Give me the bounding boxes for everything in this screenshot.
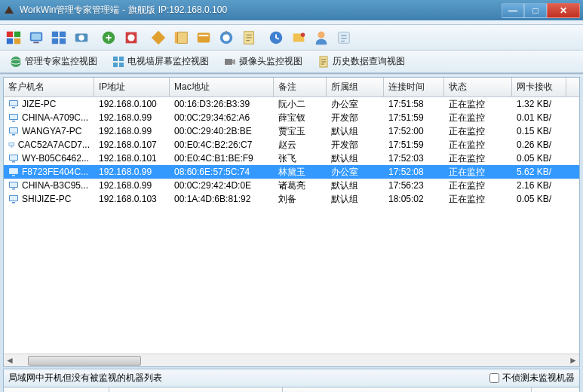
bcol-ip[interactable]: IP地址 (4, 387, 109, 392)
tab-tvwall[interactable]: 电视墙屏幕监控视图 (107, 52, 214, 71)
svg-rect-32 (119, 57, 124, 61)
app-icon (3, 5, 15, 17)
toolbar-btn-6[interactable] (121, 27, 142, 48)
svg-point-27 (318, 31, 324, 38)
svg-rect-2 (7, 38, 13, 43)
grid-icon (112, 56, 124, 68)
monitor-icon (8, 154, 19, 163)
table-row[interactable]: CHINA-A709C...192.168.0.9900:0C:29:34:62… (4, 111, 579, 124)
monitor-icon (8, 100, 19, 109)
svg-rect-41 (10, 115, 17, 119)
toolbar-btn-2[interactable] (26, 27, 47, 48)
toolbar-btn-11[interactable] (238, 27, 259, 48)
client-table: 客户机名 IP地址 Mac地址 备注 所属组 连接时间 状态 网卡接收 JIZE… (3, 77, 580, 367)
col-ip[interactable]: IP地址 (94, 78, 170, 96)
svg-rect-5 (32, 33, 41, 39)
col-conntime[interactable]: 连接时间 (384, 78, 444, 96)
svg-rect-60 (12, 202, 15, 204)
svg-rect-35 (225, 59, 232, 65)
toolbar-btn-13[interactable] (288, 27, 309, 48)
window-title: WorkWin管理专家管理端 - 旗舰版 IP:192.168.0.100 (20, 4, 502, 17)
toolbar-btn-3[interactable] (48, 27, 69, 48)
svg-rect-39 (12, 107, 15, 109)
svg-rect-56 (10, 182, 17, 187)
monitor-icon (8, 167, 19, 176)
svg-rect-18 (198, 32, 210, 42)
table-row[interactable]: WY-B05C6462...192.168.0.10100:E0:4C:B1:B… (4, 152, 579, 165)
toolbar-btn-4[interactable] (71, 27, 92, 48)
col-status[interactable]: 状态 (444, 78, 512, 96)
col-mac[interactable]: Mac地址 (170, 78, 274, 96)
monitor-icon (8, 127, 19, 136)
svg-rect-28 (339, 32, 350, 43)
monitor-icon (8, 113, 19, 122)
view-tabs: 管理专家监控视图 电视墙屏幕监控视图 摄像头监控视图 历史数据查询视图 (0, 51, 583, 73)
svg-rect-44 (10, 128, 17, 133)
toolbar-btn-15[interactable] (333, 27, 354, 48)
table-row[interactable]: JIZE-PC192.168.0.10000:16:D3:26:B3:39阮小二… (4, 97, 579, 111)
svg-point-12 (78, 35, 84, 40)
monitor-icon (8, 194, 19, 204)
main-toolbar (0, 25, 583, 51)
svg-rect-54 (12, 175, 15, 176)
svg-rect-8 (60, 31, 66, 36)
scroll-left-icon[interactable]: ◄ (4, 354, 16, 366)
toolbar-btn-1[interactable] (3, 27, 24, 48)
scroll-thumb[interactable] (28, 356, 141, 366)
no-detect-checkbox[interactable]: 不侦测未监视机器 (489, 372, 575, 384)
svg-rect-3 (14, 38, 20, 43)
svg-rect-53 (10, 169, 17, 173)
toolbar-btn-14[interactable] (311, 27, 332, 48)
maximize-button[interactable]: □ (524, 3, 547, 18)
table-row[interactable]: WANGYA7-PC192.168.0.9900:0C:29:40:2B:BE贾… (4, 124, 579, 138)
svg-rect-59 (10, 196, 17, 201)
table-row[interactable]: CHINA-B3C95...192.168.0.9900:0C:29:42:4D… (4, 179, 579, 192)
tab-label: 摄像头监控视图 (239, 55, 302, 68)
svg-rect-47 (9, 143, 14, 146)
divider (0, 73, 583, 75)
no-detect-checkbox-input[interactable] (489, 373, 499, 383)
table-row[interactable]: CAC52A7ACD7...192.168.0.10700:E0:4C:B2:2… (4, 138, 579, 152)
svg-rect-7 (52, 31, 58, 36)
svg-rect-6 (33, 41, 38, 43)
svg-rect-0 (7, 31, 13, 36)
monitor-icon (8, 181, 19, 190)
col-group[interactable]: 所属组 (327, 78, 384, 96)
svg-rect-48 (11, 146, 12, 147)
close-button[interactable]: ✕ (547, 3, 580, 18)
toolbar-btn-5[interactable] (98, 27, 119, 48)
col-netrecv[interactable]: 网卡接收 (512, 78, 566, 96)
globe-icon (10, 56, 22, 68)
svg-point-15 (127, 34, 134, 41)
svg-rect-42 (12, 121, 15, 122)
tab-expert-monitor[interactable]: 管理专家监控视图 (5, 52, 103, 71)
checkbox-label: 不侦测未监视机器 (502, 372, 575, 384)
svg-rect-31 (113, 57, 118, 61)
svg-rect-57 (12, 188, 15, 190)
horizontal-scrollbar[interactable]: ◄ ► (4, 354, 579, 366)
document-icon (318, 56, 330, 68)
tab-camera[interactable]: 摄像头监控视图 (219, 52, 308, 71)
tab-history[interactable]: 历史数据查询视图 (312, 52, 410, 71)
svg-rect-10 (60, 38, 66, 43)
svg-point-21 (222, 34, 229, 41)
minimize-button[interactable]: — (502, 3, 524, 18)
toolbar-btn-12[interactable] (265, 27, 287, 48)
svg-rect-1 (14, 31, 20, 36)
toolbar-btn-10[interactable] (216, 27, 237, 48)
col-note[interactable]: 备注 (274, 78, 327, 96)
bcol-mac[interactable]: Mac地址 (109, 387, 283, 392)
bcol-note[interactable]: 备注 (283, 387, 532, 392)
col-hostname[interactable]: 客户机名 (4, 78, 94, 96)
tab-label: 电视墙屏幕监控视图 (127, 55, 209, 68)
scroll-right-icon[interactable]: ► (567, 354, 579, 366)
svg-rect-34 (119, 63, 124, 67)
toolbar-btn-9[interactable] (193, 27, 214, 48)
table-row[interactable]: SHIJIZE-PC192.168.0.10300:1A:4D:6B:81:92… (4, 192, 579, 206)
toolbar-btn-7[interactable] (148, 27, 169, 48)
svg-rect-38 (10, 101, 17, 106)
toolbar-btn-8[interactable] (170, 27, 192, 48)
table-row[interactable]: F8723FE404C...192.168.0.9908:60:6E:57:5C… (4, 165, 579, 179)
svg-rect-17 (177, 32, 187, 43)
camera-icon (224, 56, 236, 68)
